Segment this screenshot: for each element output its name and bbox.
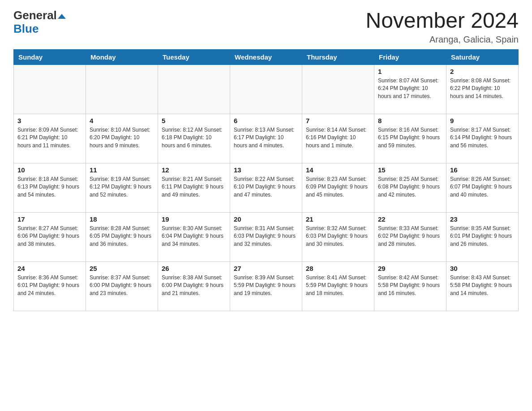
day-info: Sunrise: 8:12 AM Sunset: 6:18 PM Dayligh… — [162, 126, 226, 150]
day-info: Sunrise: 8:08 AM Sunset: 6:22 PM Dayligh… — [450, 77, 515, 100]
calendar-header-tuesday: Tuesday — [158, 49, 230, 64]
calendar-table: SundayMondayTuesdayWednesdayThursdayFrid… — [13, 49, 519, 311]
day-number: 27 — [234, 265, 298, 272]
week-row-2: 3Sunrise: 8:09 AM Sunset: 6:21 PM Daylig… — [14, 114, 519, 163]
day-info: Sunrise: 8:31 AM Sunset: 6:03 PM Dayligh… — [234, 225, 298, 248]
calendar-cell: 15Sunrise: 8:25 AM Sunset: 6:08 PM Dayli… — [374, 163, 446, 212]
day-number: 20 — [234, 215, 298, 223]
day-number: 28 — [306, 265, 370, 272]
day-number: 24 — [17, 265, 82, 272]
day-info: Sunrise: 8:38 AM Sunset: 6:00 PM Dayligh… — [162, 274, 226, 297]
week-row-4: 17Sunrise: 8:27 AM Sunset: 6:06 PM Dayli… — [14, 212, 519, 261]
day-number: 17 — [17, 215, 82, 223]
month-year-title: November 2024 — [365, 9, 519, 33]
calendar-cell: 18Sunrise: 8:28 AM Sunset: 6:05 PM Dayli… — [86, 212, 158, 261]
day-info: Sunrise: 8:14 AM Sunset: 6:16 PM Dayligh… — [306, 126, 370, 150]
day-info: Sunrise: 8:37 AM Sunset: 6:00 PM Dayligh… — [90, 274, 154, 297]
calendar-cell: 17Sunrise: 8:27 AM Sunset: 6:06 PM Dayli… — [14, 212, 86, 261]
day-info: Sunrise: 8:32 AM Sunset: 6:03 PM Dayligh… — [306, 225, 370, 248]
calendar-header-row: SundayMondayTuesdayWednesdayThursdayFrid… — [14, 49, 519, 64]
logo: General Blue — [13, 9, 66, 36]
calendar-cell: 19Sunrise: 8:30 AM Sunset: 6:04 PM Dayli… — [158, 212, 230, 261]
calendar-cell: 29Sunrise: 8:42 AM Sunset: 5:58 PM Dayli… — [374, 261, 446, 311]
day-number: 19 — [162, 215, 226, 223]
calendar-cell — [158, 64, 230, 114]
day-number: 10 — [17, 166, 82, 174]
calendar-cell: 8Sunrise: 8:16 AM Sunset: 6:15 PM Daylig… — [374, 114, 446, 163]
week-row-5: 24Sunrise: 8:36 AM Sunset: 6:01 PM Dayli… — [14, 261, 519, 311]
location-subtitle: Aranga, Galicia, Spain — [365, 34, 519, 45]
calendar-cell: 4Sunrise: 8:10 AM Sunset: 6:20 PM Daylig… — [86, 114, 158, 163]
calendar-cell — [14, 64, 86, 114]
calendar-header-sunday: Sunday — [14, 49, 86, 64]
logo-text: General — [13, 9, 66, 22]
calendar-cell: 11Sunrise: 8:19 AM Sunset: 6:12 PM Dayli… — [86, 163, 158, 212]
calendar-cell: 23Sunrise: 8:35 AM Sunset: 6:01 PM Dayli… — [446, 212, 519, 261]
day-number: 14 — [306, 166, 370, 174]
calendar-cell: 16Sunrise: 8:26 AM Sunset: 6:07 PM Dayli… — [446, 163, 519, 212]
calendar-cell: 30Sunrise: 8:43 AM Sunset: 5:58 PM Dayli… — [446, 261, 519, 311]
day-number: 15 — [378, 166, 442, 174]
week-row-1: 1Sunrise: 8:07 AM Sunset: 6:24 PM Daylig… — [14, 64, 519, 114]
calendar-cell: 22Sunrise: 8:33 AM Sunset: 6:02 PM Dayli… — [374, 212, 446, 261]
calendar-cell: 28Sunrise: 8:41 AM Sunset: 5:59 PM Dayli… — [302, 261, 374, 311]
day-number: 26 — [162, 265, 226, 272]
day-info: Sunrise: 8:33 AM Sunset: 6:02 PM Dayligh… — [378, 225, 442, 248]
day-number: 21 — [306, 215, 370, 223]
calendar-header-saturday: Saturday — [446, 49, 519, 64]
day-number: 7 — [306, 117, 370, 124]
day-info: Sunrise: 8:42 AM Sunset: 5:58 PM Dayligh… — [378, 274, 442, 297]
day-number: 23 — [450, 215, 515, 223]
day-info: Sunrise: 8:28 AM Sunset: 6:05 PM Dayligh… — [90, 225, 154, 248]
calendar-header-wednesday: Wednesday — [230, 49, 302, 64]
calendar-cell — [302, 64, 374, 114]
day-info: Sunrise: 8:43 AM Sunset: 5:58 PM Dayligh… — [450, 274, 515, 297]
day-info: Sunrise: 8:13 AM Sunset: 6:17 PM Dayligh… — [234, 126, 298, 150]
day-number: 18 — [90, 215, 154, 223]
week-row-3: 10Sunrise: 8:18 AM Sunset: 6:13 PM Dayli… — [14, 163, 519, 212]
day-info: Sunrise: 8:18 AM Sunset: 6:13 PM Dayligh… — [17, 176, 82, 199]
day-number: 13 — [234, 166, 298, 174]
calendar-cell: 14Sunrise: 8:23 AM Sunset: 6:09 PM Dayli… — [302, 163, 374, 212]
day-info: Sunrise: 8:30 AM Sunset: 6:04 PM Dayligh… — [162, 225, 226, 248]
day-number: 11 — [90, 166, 154, 174]
calendar-cell: 20Sunrise: 8:31 AM Sunset: 6:03 PM Dayli… — [230, 212, 302, 261]
day-number: 29 — [378, 265, 442, 272]
calendar-cell — [230, 64, 302, 114]
day-info: Sunrise: 8:17 AM Sunset: 6:14 PM Dayligh… — [450, 126, 515, 150]
day-info: Sunrise: 8:10 AM Sunset: 6:20 PM Dayligh… — [90, 126, 154, 150]
page-header: General Blue November 2024 Aranga, Galic… — [13, 9, 519, 45]
day-info: Sunrise: 8:25 AM Sunset: 6:08 PM Dayligh… — [378, 176, 442, 199]
calendar-cell: 3Sunrise: 8:09 AM Sunset: 6:21 PM Daylig… — [14, 114, 86, 163]
calendar-cell: 12Sunrise: 8:21 AM Sunset: 6:11 PM Dayli… — [158, 163, 230, 212]
calendar-header-thursday: Thursday — [302, 49, 374, 64]
calendar-header-friday: Friday — [374, 49, 446, 64]
day-info: Sunrise: 8:21 AM Sunset: 6:11 PM Dayligh… — [162, 176, 226, 199]
calendar-cell: 24Sunrise: 8:36 AM Sunset: 6:01 PM Dayli… — [14, 261, 86, 311]
day-number: 3 — [17, 117, 82, 124]
calendar-cell: 25Sunrise: 8:37 AM Sunset: 6:00 PM Dayli… — [86, 261, 158, 311]
calendar-cell: 26Sunrise: 8:38 AM Sunset: 6:00 PM Dayli… — [158, 261, 230, 311]
day-number: 8 — [378, 117, 442, 124]
day-number: 1 — [378, 68, 442, 75]
day-info: Sunrise: 8:39 AM Sunset: 5:59 PM Dayligh… — [234, 274, 298, 297]
calendar-cell: 21Sunrise: 8:32 AM Sunset: 6:03 PM Dayli… — [302, 212, 374, 261]
day-number: 5 — [162, 117, 226, 124]
calendar-cell: 5Sunrise: 8:12 AM Sunset: 6:18 PM Daylig… — [158, 114, 230, 163]
day-info: Sunrise: 8:35 AM Sunset: 6:01 PM Dayligh… — [450, 225, 515, 248]
day-number: 30 — [450, 265, 515, 272]
calendar-header-monday: Monday — [86, 49, 158, 64]
day-number: 6 — [234, 117, 298, 124]
day-info: Sunrise: 8:41 AM Sunset: 5:59 PM Dayligh… — [306, 274, 370, 297]
day-number: 12 — [162, 166, 226, 174]
day-info: Sunrise: 8:23 AM Sunset: 6:09 PM Dayligh… — [306, 176, 370, 199]
day-info: Sunrise: 8:09 AM Sunset: 6:21 PM Dayligh… — [17, 126, 82, 150]
calendar-cell: 1Sunrise: 8:07 AM Sunset: 6:24 PM Daylig… — [374, 64, 446, 114]
day-number: 9 — [450, 117, 515, 124]
title-section: November 2024 Aranga, Galicia, Spain — [365, 9, 519, 45]
calendar-cell: 27Sunrise: 8:39 AM Sunset: 5:59 PM Dayli… — [230, 261, 302, 311]
day-info: Sunrise: 8:07 AM Sunset: 6:24 PM Dayligh… — [378, 77, 442, 100]
logo-line2: Blue — [13, 22, 39, 36]
day-info: Sunrise: 8:26 AM Sunset: 6:07 PM Dayligh… — [450, 176, 515, 199]
day-number: 16 — [450, 166, 515, 174]
